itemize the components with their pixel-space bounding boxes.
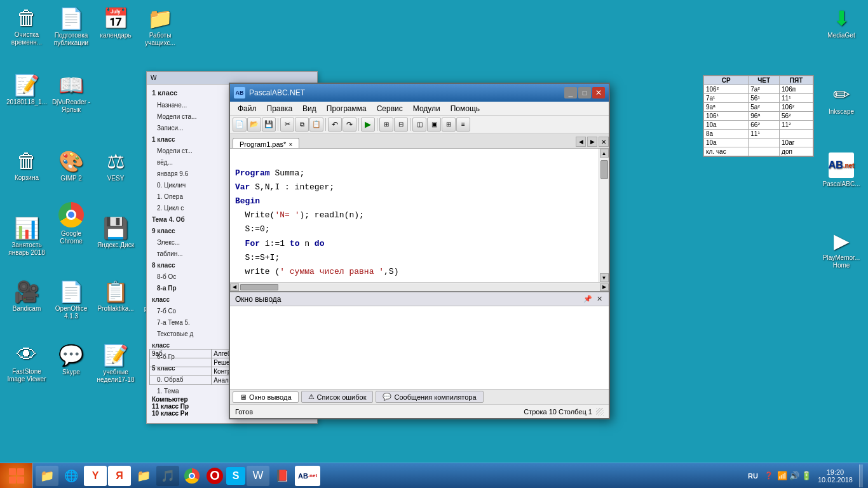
menu-modules[interactable]: Модули: [408, 103, 445, 114]
tab-nav-right[interactable]: ▶: [587, 137, 597, 147]
pascal-maximize-button[interactable]: □: [578, 87, 591, 98]
output-tab-output[interactable]: 🖥 Окно вывода: [233, 391, 299, 403]
toolbar-btn5[interactable]: ⊞: [379, 118, 393, 132]
desktop-icon-gimp[interactable]: 🎨 GIMP 2: [50, 149, 93, 182]
tab-nav-left[interactable]: ◀: [576, 137, 586, 147]
desktop-icon-inkscape[interactable]: ✏ Inkscape: [820, 83, 863, 116]
desktop-icon-profilaktika[interactable]: 📋 Profilaktika...: [94, 280, 137, 313]
right-schedule-table: СР ЧЕТ ПЯТ 106²7а²106п 7а¹56¹11¹ 9аª5а²1…: [703, 75, 814, 157]
status-col-value: 1: [588, 408, 592, 416]
scroll-down-arrow[interactable]: ▼: [600, 273, 609, 282]
menu-view[interactable]: Вид: [297, 103, 322, 114]
editor-hscrollbar[interactable]: ◀ ▶: [230, 282, 609, 291]
toolbar-run[interactable]: ▶: [361, 118, 375, 132]
desktop-icon-mediaget[interactable]: ⬇ MediaGet: [820, 6, 863, 39]
taskbar-item-skype[interactable]: S: [226, 467, 245, 485]
desktop-icon-skype[interactable]: 💬 Skype: [50, 343, 93, 376]
desktop-icon-doc1[interactable]: 📝 20180118_1...: [5, 73, 48, 106]
tray-question[interactable]: ❓: [764, 471, 773, 480]
toolbar-sep1: [278, 118, 278, 131]
tab-close-all[interactable]: ✕: [599, 137, 609, 147]
toolbar-btn7[interactable]: ◫: [412, 118, 426, 132]
menu-help[interactable]: Помощь: [445, 103, 485, 114]
pascal-window: AB PascalABC.NET _ □ ✕ Файл Правка Вид П…: [229, 83, 610, 419]
output-tab-compiler[interactable]: 💬 Сообщения компилятора: [376, 391, 483, 403]
desktop-icon-playmemories[interactable]: ▶ PlayMemor...Home: [820, 229, 863, 269]
desktop-icon-uchebnie[interactable]: 📝 учебныенедели17-18: [94, 343, 137, 384]
desktop-icon-work[interactable]: 📁 Работыучащихс...: [139, 6, 182, 47]
output-pin-button[interactable]: 📌: [583, 295, 592, 304]
status-row-label: Строка: [524, 408, 546, 416]
taskbar-item-media[interactable]: 🎵: [156, 466, 179, 486]
desktop-icon-vesy[interactable]: ⚖ VESY: [94, 149, 137, 182]
desktop-icon-trash[interactable]: 🗑 Корзина: [5, 149, 48, 182]
toolbar-btn9[interactable]: ⊞: [442, 118, 456, 132]
toolbar-redo[interactable]: ↷: [342, 118, 356, 132]
toolbar-paste[interactable]: 📋: [309, 118, 323, 132]
code-editor[interactable]: Program Summa; Var S,N,I : integer; Begi…: [230, 149, 599, 282]
desktop-icon-yandex[interactable]: 💾 Яндекс.Диск: [94, 216, 137, 249]
desktop-icon-calendar[interactable]: 📅 календарь: [94, 6, 137, 39]
editor-scrollbar[interactable]: ▲ ▼: [599, 149, 609, 282]
pascal-tab-program1[interactable]: Program1.pas* ×: [233, 138, 299, 148]
hscroll-right[interactable]: ▶: [600, 283, 609, 291]
scroll-thumb[interactable]: [600, 160, 608, 179]
taskbar-item-yandex[interactable]: Y: [84, 466, 107, 486]
desktop-icon-bandicam[interactable]: 🎥 Bandicam: [5, 280, 48, 313]
toolbar-undo[interactable]: ↶: [328, 118, 342, 132]
pascal-close-button[interactable]: ✕: [592, 87, 605, 98]
desktop-icon-chrome[interactable]: GoogleChrome: [50, 202, 93, 245]
toolbar-cut[interactable]: ✂: [280, 118, 294, 132]
taskbar-clock[interactable]: 19:20 10.02.2018: [815, 468, 855, 484]
desktop-icon-prep[interactable]: 📄 Подготовкапубликации: [50, 6, 93, 47]
taskbar-item-folder[interactable]: 📁: [132, 466, 155, 486]
tab-close-icon[interactable]: ×: [288, 141, 292, 148]
toolbar-btn10[interactable]: ≡: [456, 118, 470, 132]
start-button[interactable]: [0, 463, 33, 489]
toolbar-btn6[interactable]: ⊟: [394, 118, 408, 132]
taskbar-item-pascal[interactable]: AB.net: [295, 466, 320, 486]
menu-edit[interactable]: Правка: [262, 103, 298, 114]
taskbar-items: 📁 🌐 Y Я 📁 🎵 O S W 📕 AB.net: [33, 463, 740, 489]
taskbar: 📁 🌐 Y Я 📁 🎵 O S W 📕 AB.net RU ❓ 📶 🔊 🔋 19…: [0, 463, 868, 488]
hscroll-track: [239, 283, 600, 291]
clock-time: 19:20: [827, 468, 844, 476]
taskbar-item-explorer[interactable]: 📁: [36, 466, 58, 486]
tray-volume-icon: 🔊: [789, 471, 799, 480]
status-col-label: Столбец: [559, 408, 587, 416]
output-close-button[interactable]: ✕: [595, 295, 604, 304]
code-line-4: Write('N= '); readln(n);: [235, 210, 364, 220]
scroll-up-arrow[interactable]: ▲: [600, 149, 609, 158]
toolbar-open[interactable]: 📂: [247, 118, 261, 132]
hscroll-left[interactable]: ◀: [230, 283, 239, 291]
svg-rect-1: [17, 468, 24, 475]
desktop-icon-openoffice[interactable]: 📄 OpenOffice4.1.3: [50, 280, 93, 320]
output-tab-errors[interactable]: ⚠ Список ошибок: [301, 391, 374, 403]
desktop-icon-clean[interactable]: 🗑 Очистка временн...: [5, 6, 48, 46]
taskbar-item-ya2[interactable]: Я: [108, 466, 131, 486]
status-grip-icon: [596, 408, 604, 416]
menu-file[interactable]: Файл: [233, 103, 262, 114]
taskbar-item-chrome[interactable]: [180, 466, 203, 486]
code-line-6: For i:=1 to n do: [235, 239, 324, 248]
desktop-icon-djvu[interactable]: 📖 DjVuReader -Ярлык: [50, 73, 93, 114]
toolbar-new[interactable]: 📄: [233, 118, 247, 132]
desktop-icon-zanyatost[interactable]: 📊 Занятостьянварь 2018: [5, 216, 48, 257]
taskbar-item-pdf[interactable]: 📕: [271, 466, 294, 486]
pascal-tab-bar: Program1.pas* × ◀ ▶ ✕: [230, 133, 609, 149]
taskbar-item-ie[interactable]: 🌐: [60, 466, 83, 486]
menu-program[interactable]: Программа: [322, 103, 372, 114]
taskbar-item-word[interactable]: W: [247, 466, 269, 486]
desktop-icon-faststone[interactable]: 👁 FastStoneImage Viewer: [5, 343, 48, 383]
desktop-icon-pascalabc-desktop[interactable]: AB.net PascalABC...: [820, 152, 863, 188]
toolbar-save[interactable]: 💾: [262, 118, 276, 132]
show-desktop-button[interactable]: [859, 464, 863, 487]
taskbar-item-opera[interactable]: O: [207, 468, 223, 484]
tray-lang[interactable]: RU: [745, 471, 761, 481]
pascal-toolbar: 📄 📂 💾 ✂ ⧉ 📋 ↶ ↷ ▶ ⊞ ⊟ ◫ ▣ ⊞ ≡: [230, 116, 609, 133]
menu-service[interactable]: Сервис: [372, 103, 408, 114]
toolbar-copy[interactable]: ⧉: [295, 118, 309, 132]
pascal-minimize-button[interactable]: _: [564, 87, 577, 98]
toolbar-btn8[interactable]: ▣: [427, 118, 441, 132]
hscroll-thumb[interactable]: [240, 284, 278, 290]
